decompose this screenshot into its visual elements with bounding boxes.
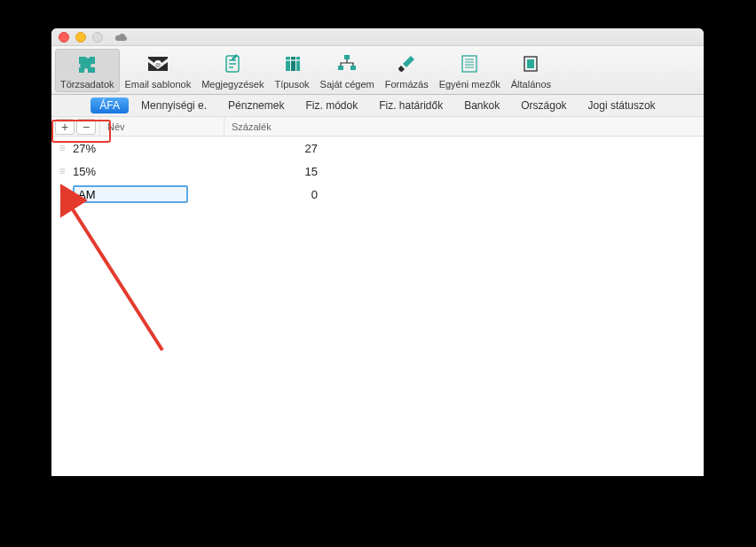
cell-name-editing	[69, 185, 247, 203]
tab-fiz-modok[interactable]: Fiz. módok	[296, 98, 366, 113]
column-header-row: + − Név Százalék	[51, 117, 704, 137]
vat-list: ≡ 27% 27 ≡ 15% 15 ≡ 0	[51, 137, 704, 206]
toolbar-egyeni-mezok[interactable]: Egyéni mezők	[434, 49, 506, 92]
panel-icon	[516, 51, 546, 77]
toolbar-label: Formázás	[385, 79, 429, 90]
puzzle-icon	[72, 51, 102, 77]
table-row[interactable]: ≡ 15% 15	[51, 160, 704, 183]
svg-rect-9	[350, 66, 356, 70]
tab-penznemek[interactable]: Pénznemek	[219, 98, 293, 113]
drag-handle-icon[interactable]: ≡	[55, 165, 69, 177]
books-icon	[277, 51, 307, 77]
svg-rect-8	[338, 66, 343, 70]
toolbar-email-sablonok[interactable]: @ Email sablonok	[120, 49, 197, 92]
cell-percent: 0	[247, 188, 318, 201]
toolbar-sajat-cegem[interactable]: Saját cégem	[315, 49, 380, 92]
tab-bankok[interactable]: Bankok	[455, 98, 508, 113]
note-icon	[217, 51, 248, 77]
add-remove-group: + −	[51, 117, 99, 136]
drag-handle-icon[interactable]: ≡	[55, 142, 69, 154]
org-icon	[332, 51, 362, 77]
toolbar-formazas[interactable]: Formázás	[380, 49, 434, 92]
cloud-icon	[114, 32, 129, 43]
add-row-button[interactable]: +	[55, 119, 75, 135]
cell-percent: 15	[247, 165, 318, 178]
column-header-nev[interactable]: Név	[99, 117, 224, 136]
minimize-window-button[interactable]	[75, 32, 86, 43]
close-window-button[interactable]	[59, 32, 69, 43]
drag-handle-icon[interactable]: ≡	[55, 188, 69, 200]
app-window: Törzsadatok @ Email sablonok Megjegyzése…	[51, 28, 704, 476]
titlebar	[51, 28, 704, 46]
svg-rect-6	[286, 59, 300, 61]
toolbar-torzsadatok[interactable]: Törzsadatok	[55, 49, 120, 92]
brush-icon	[391, 51, 421, 77]
toolbar: Törzsadatok @ Email sablonok Megjegyzése…	[51, 46, 704, 95]
envelope-icon: @	[143, 51, 173, 77]
toolbar-label: Törzsadatok	[60, 79, 114, 90]
tabs-bar: ÁFA Mennyiségi e. Pénznemek Fiz. módok F…	[51, 95, 704, 117]
toolbar-label: Típusok	[274, 79, 309, 90]
toolbar-label: Megjegyzések	[201, 79, 264, 90]
table-row[interactable]: ≡ 27% 27	[51, 137, 704, 160]
toolbar-label: Saját cégem	[320, 79, 374, 90]
list-icon	[454, 51, 484, 77]
tab-orszagok[interactable]: Országok	[512, 98, 575, 113]
svg-rect-5	[296, 57, 300, 71]
svg-rect-3	[286, 57, 290, 71]
tab-afa[interactable]: ÁFA	[91, 98, 129, 113]
svg-rect-10	[462, 56, 476, 72]
table-row[interactable]: ≡ 0	[51, 183, 704, 206]
toolbar-altalanos[interactable]: Általános	[506, 49, 556, 92]
toolbar-label: Általános	[511, 79, 551, 90]
toolbar-label: Email sablonok	[125, 79, 192, 90]
zoom-window-button[interactable]	[92, 32, 103, 43]
cell-name: 27%	[69, 142, 247, 155]
remove-row-button[interactable]: −	[76, 119, 96, 135]
toolbar-tipusok[interactable]: Típusok	[269, 49, 314, 92]
svg-rect-4	[291, 57, 295, 71]
tab-mennyisegi[interactable]: Mennyiségi e.	[132, 98, 216, 113]
cell-percent: 27	[247, 142, 318, 155]
tab-jogi-statuszok[interactable]: Jogi státuszok	[579, 98, 665, 113]
svg-rect-7	[344, 55, 350, 59]
column-header-szazalek[interactable]: Százalék	[224, 117, 366, 136]
tab-fiz-hataridok[interactable]: Fiz. határidők	[370, 98, 452, 113]
toolbar-label: Egyéni mezők	[439, 79, 500, 90]
svg-text:@: @	[155, 62, 161, 67]
name-input[interactable]	[73, 185, 188, 203]
svg-rect-12	[527, 59, 534, 68]
cell-name: 15%	[69, 165, 247, 178]
toolbar-megjegyzesek[interactable]: Megjegyzések	[196, 49, 269, 92]
